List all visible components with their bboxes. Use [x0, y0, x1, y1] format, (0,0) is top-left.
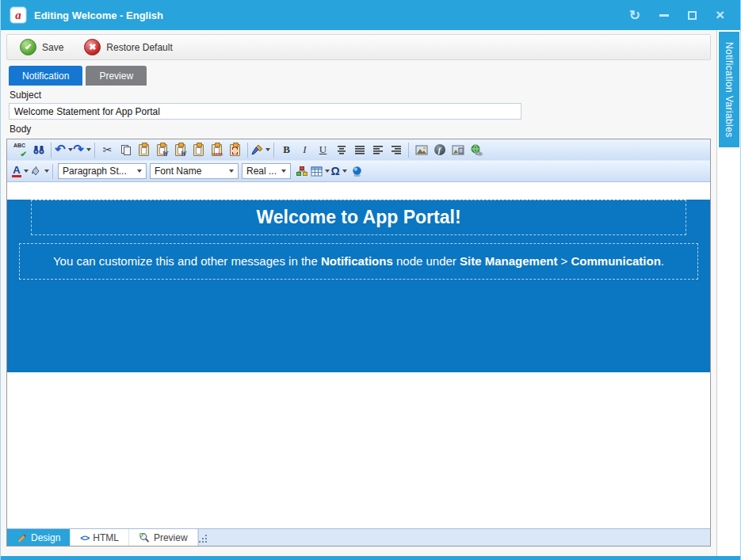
editor-canvas[interactable]: Welcome to App Portal! You can customize… [7, 182, 710, 528]
format-painter-button[interactable] [251, 142, 270, 158]
paste-page-dashed [232, 147, 238, 154]
tab-notification[interactable]: Notification [9, 66, 82, 86]
find-replace-button[interactable] [29, 142, 48, 158]
resize-grip[interactable] [199, 533, 208, 543]
message-part-bold: Site Management [460, 254, 557, 268]
minimize-button[interactable] [659, 14, 669, 17]
refresh-icon[interactable]: ↻ [629, 7, 640, 24]
hyperlink-button[interactable] [467, 142, 485, 158]
message-part: You can customize this and other message… [53, 254, 321, 268]
image-map-button[interactable] [449, 142, 467, 158]
toolbar-separator [94, 143, 95, 158]
message-part: > [557, 254, 571, 268]
main-panel: ✔ Save ✖ Restore Default Notification Pr… [1, 30, 717, 556]
copy-button[interactable] [116, 142, 135, 158]
mode-tab-preview-label: Preview [154, 532, 188, 543]
window-title: Editing Welcome - English [34, 10, 621, 21]
table-icon [311, 166, 323, 177]
underline-button[interactable]: U [314, 142, 332, 158]
window-controls: ↻ × [629, 6, 731, 24]
save-label: Save [42, 42, 63, 53]
snippet-boxes-icon [296, 166, 308, 177]
window-bottom-border [1, 556, 740, 560]
paste-strip-format-button[interactable] [226, 142, 244, 158]
align-left-icon [372, 145, 384, 154]
message-part-bold: Notifications [321, 254, 393, 268]
editor-footer: Design <> HTML [7, 528, 710, 546]
message-banner: Welcome to App Portal! You can customize… [7, 200, 710, 372]
paste-from-word-clean-button[interactable]: W [171, 142, 189, 158]
subject-input[interactable] [9, 103, 521, 120]
command-toolbar: ✔ Save ✖ Restore Default [6, 34, 711, 60]
background-color-button[interactable] [29, 163, 49, 180]
font-color-button[interactable]: A [11, 163, 29, 180]
toolbar-separator [408, 143, 409, 158]
toolbar-separator [247, 143, 248, 158]
justify-button[interactable] [350, 142, 369, 158]
align-center-icon [336, 145, 347, 154]
chevron-down-icon [68, 148, 73, 151]
redo-icon: ↷ [73, 143, 83, 156]
align-right-button[interactable] [387, 142, 405, 158]
mode-tab-html[interactable]: <> HTML [71, 529, 129, 546]
paste-plain-text-button[interactable] [189, 142, 208, 158]
align-left-button[interactable] [369, 142, 387, 158]
chevron-down-icon [86, 148, 91, 151]
insert-flash-button[interactable]: f [430, 142, 449, 158]
redo-button[interactable]: ↷ [73, 142, 91, 158]
undo-button[interactable]: ↶ [55, 142, 73, 158]
save-button[interactable]: ✔ Save [20, 39, 63, 55]
resize-dots-icon [199, 541, 201, 543]
chevron-down-icon [44, 170, 49, 173]
insert-image-button[interactable] [412, 142, 430, 158]
insert-symbol-button[interactable]: Ω [330, 163, 348, 180]
paragraph-style-value: Paragraph St... [63, 166, 127, 177]
insert-table-button[interactable] [311, 163, 330, 180]
flash-icon: f [434, 144, 445, 155]
paste-strip-format-icon [230, 144, 240, 156]
paragraph-style-select[interactable]: Paragraph St... [58, 163, 147, 179]
mode-tab-design[interactable]: Design [7, 529, 71, 546]
mode-tab-html-label: HTML [93, 532, 119, 543]
restore-default-button[interactable]: ✖ Restore Default [84, 39, 172, 55]
paste-button[interactable] [135, 142, 153, 158]
format-painter-icon [251, 144, 263, 156]
close-button[interactable]: × [716, 6, 724, 24]
right-sidebar: Notification Variables [717, 30, 740, 556]
font-name-select[interactable]: Font Name [150, 163, 239, 179]
bold-button[interactable]: B [277, 142, 296, 158]
font-name-value: Font Name [155, 166, 201, 177]
paragraph-block[interactable]: You can customize this and other message… [19, 243, 698, 280]
chevron-down-icon [137, 170, 142, 173]
media-ball-icon [351, 166, 363, 177]
notification-variables-tab[interactable]: Notification Variables [719, 32, 739, 147]
paste-plain-text-icon [193, 144, 204, 156]
cut-button[interactable]: ✂ [98, 142, 116, 158]
chevron-down-icon [24, 170, 29, 173]
titlebar: a Editing Welcome - English ↻ × [1, 0, 740, 30]
font-size-select[interactable]: Real ... [242, 163, 291, 179]
paste-from-word-clean-icon: W [175, 144, 185, 156]
font-color-icon: A [12, 165, 21, 178]
mode-tab-preview[interactable]: Preview [129, 529, 198, 546]
omega-icon: Ω [330, 165, 339, 177]
paste-as-html-button[interactable]: HTML [208, 142, 226, 158]
rich-text-editor: ABC ✔ ↶ [6, 139, 711, 547]
link-globe-icon [470, 144, 483, 156]
paste-page [196, 147, 201, 154]
align-center-button[interactable] [332, 142, 350, 158]
maximize-button[interactable] [688, 11, 697, 20]
copy-icon [120, 144, 132, 156]
insert-snippet-button[interactable] [292, 163, 311, 180]
heading-block[interactable]: Welcome to App Portal! [31, 200, 686, 235]
body-label: Body [10, 124, 716, 135]
magnifier-icon [139, 532, 150, 543]
tab-preview[interactable]: Preview [86, 66, 147, 86]
paste-icon [139, 144, 149, 156]
chevron-down-icon [281, 170, 286, 173]
spellcheck-button[interactable]: ABC ✔ [11, 142, 29, 158]
paste-from-word-button[interactable]: W [153, 142, 171, 158]
heading-text: Welcome to App Portal! [256, 207, 460, 228]
italic-button[interactable]: I [296, 142, 314, 158]
media-manager-button[interactable] [348, 163, 366, 180]
